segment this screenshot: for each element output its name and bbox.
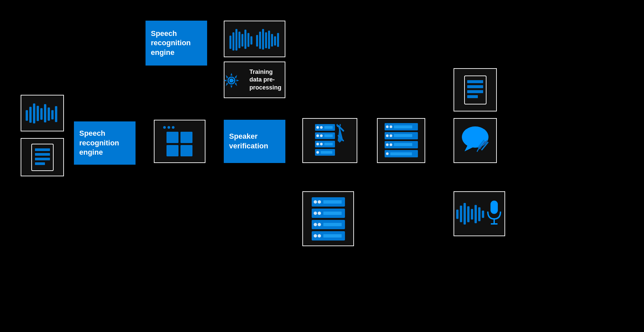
svg-rect-26 [48, 107, 50, 121]
svg-rect-76 [467, 90, 483, 93]
svg-rect-49 [324, 143, 333, 145]
speech-mic-icon [456, 199, 503, 229]
speech-mic-card [454, 191, 505, 236]
svg-point-89 [318, 212, 321, 215]
svg-rect-15 [277, 33, 279, 47]
server-right-icon [385, 123, 418, 158]
training-gear-icon [222, 72, 241, 90]
svg-point-97 [318, 234, 321, 238]
waveform-left-top-card [21, 95, 64, 131]
svg-point-92 [314, 223, 317, 226]
svg-rect-77 [467, 95, 478, 98]
svg-rect-52 [321, 151, 332, 154]
svg-rect-102 [467, 206, 470, 222]
server-bottom-card [302, 191, 354, 246]
svg-point-63 [386, 134, 389, 137]
svg-point-67 [386, 143, 389, 146]
svg-point-39 [316, 126, 319, 129]
svg-rect-65 [394, 134, 412, 137]
svg-rect-27 [51, 110, 54, 119]
svg-rect-101 [464, 203, 466, 225]
svg-rect-8 [256, 35, 258, 47]
svg-rect-20 [26, 110, 28, 121]
server-tools-icon [315, 124, 345, 157]
server-tools-card [302, 118, 357, 163]
svg-rect-9 [259, 32, 261, 49]
svg-rect-103 [471, 209, 473, 220]
chat-right-icon [458, 123, 493, 158]
svg-rect-2 [235, 29, 237, 51]
speech-recognition-engine-top-card: Speech recognition engine [146, 21, 207, 66]
speech-recognition-engine-mid-card: Speech recognition engine [74, 121, 136, 165]
doc-left-card [21, 138, 64, 176]
svg-rect-24 [40, 108, 43, 120]
svg-rect-22 [33, 103, 35, 123]
svg-rect-30 [35, 148, 50, 151]
windows-app-card [154, 120, 205, 163]
svg-rect-74 [467, 80, 483, 83]
svg-rect-104 [475, 205, 477, 223]
svg-rect-32 [35, 158, 50, 160]
svg-point-51 [316, 151, 319, 154]
svg-rect-6 [247, 33, 249, 47]
speaker-verification-card: Speaker verification [224, 120, 285, 163]
svg-point-96 [314, 234, 317, 238]
svg-rect-61 [394, 125, 412, 128]
server-bottom-icon [310, 197, 347, 241]
svg-rect-106 [482, 211, 484, 218]
svg-point-64 [390, 134, 392, 137]
svg-rect-98 [323, 234, 342, 238]
svg-point-44 [320, 134, 323, 137]
windows-grid-icon [166, 132, 193, 157]
svg-rect-10 [262, 29, 264, 50]
svg-rect-34 [166, 132, 178, 143]
doc-top-right-icon [463, 74, 488, 106]
svg-point-85 [318, 200, 321, 204]
svg-marker-79 [465, 145, 476, 151]
svg-rect-36 [166, 145, 178, 156]
svg-point-48 [320, 143, 323, 145]
waveform-top-right-icon [229, 26, 280, 52]
svg-point-84 [314, 200, 317, 204]
svg-rect-7 [250, 36, 252, 45]
svg-rect-23 [37, 106, 39, 121]
training-data-card: Training data pre-processing [224, 62, 285, 98]
svg-rect-86 [323, 200, 342, 204]
svg-rect-14 [274, 36, 276, 46]
svg-rect-94 [323, 223, 342, 226]
svg-point-59 [386, 125, 389, 128]
chat-right-card [454, 118, 497, 163]
svg-rect-99 [456, 210, 459, 219]
svg-rect-37 [180, 145, 192, 156]
svg-point-88 [314, 212, 317, 215]
svg-rect-25 [44, 104, 46, 122]
svg-rect-5 [244, 30, 246, 49]
training-data-label: Training data pre-processing [244, 65, 287, 95]
svg-rect-73 [465, 76, 486, 104]
svg-rect-21 [29, 107, 32, 123]
svg-rect-90 [323, 212, 342, 215]
svg-rect-1 [232, 32, 234, 51]
speech-recognition-engine-top-label: Speech recognition engine [146, 26, 207, 61]
svg-rect-13 [271, 34, 273, 47]
svg-rect-75 [467, 85, 483, 88]
doc-left-icon [30, 142, 55, 172]
svg-rect-28 [55, 106, 57, 122]
svg-rect-107 [490, 201, 498, 214]
svg-point-71 [386, 152, 389, 155]
svg-rect-100 [460, 206, 462, 222]
svg-rect-12 [268, 31, 270, 49]
svg-point-43 [316, 134, 319, 137]
svg-rect-29 [32, 144, 53, 171]
svg-rect-0 [229, 36, 231, 49]
svg-rect-72 [390, 152, 412, 155]
svg-point-93 [318, 223, 321, 226]
svg-rect-41 [324, 126, 333, 129]
doc-top-right-card [454, 68, 497, 111]
svg-rect-31 [35, 153, 50, 156]
svg-point-60 [390, 125, 392, 128]
svg-point-68 [390, 143, 392, 146]
svg-point-40 [320, 126, 323, 129]
svg-rect-69 [394, 143, 412, 146]
speaker-verification-label: Speaker verification [224, 128, 285, 154]
